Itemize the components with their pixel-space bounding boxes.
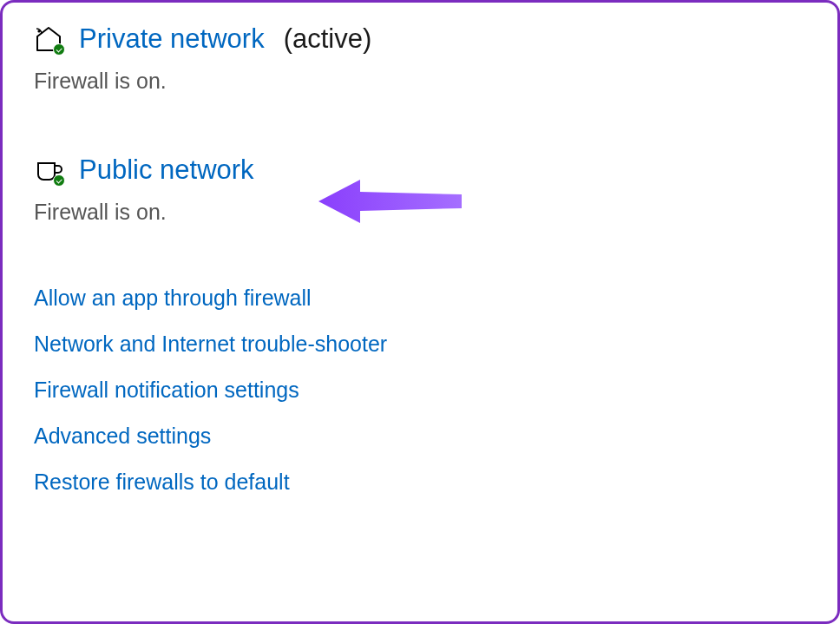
active-label: (active) <box>284 23 372 55</box>
public-network-link[interactable]: Public network <box>79 154 254 186</box>
advanced-settings-link[interactable]: Advanced settings <box>34 424 806 449</box>
public-network-section: Public network Firewall is on. <box>34 154 806 225</box>
private-network-link[interactable]: Private network <box>79 23 265 55</box>
public-network-icon <box>34 155 63 185</box>
private-network-section: Private network (active) Firewall is on. <box>34 23 806 94</box>
check-badge-icon <box>53 174 65 187</box>
public-firewall-status: Firewall is on. <box>34 200 806 225</box>
home-network-icon <box>34 24 63 54</box>
settings-panel: Private network (active) Firewall is on.… <box>0 0 840 624</box>
notification-settings-link[interactable]: Firewall notification settings <box>34 378 806 403</box>
allow-app-link[interactable]: Allow an app through firewall <box>34 286 806 311</box>
restore-default-link[interactable]: Restore firewalls to default <box>34 470 806 495</box>
public-network-header: Public network <box>34 154 806 186</box>
private-network-header: Private network (active) <box>34 23 806 55</box>
private-firewall-status: Firewall is on. <box>34 69 806 94</box>
check-badge-icon <box>53 43 65 56</box>
troubleshooter-link[interactable]: Network and Internet trouble-shooter <box>34 332 806 357</box>
firewall-links-section: Allow an app through firewall Network an… <box>34 286 806 495</box>
